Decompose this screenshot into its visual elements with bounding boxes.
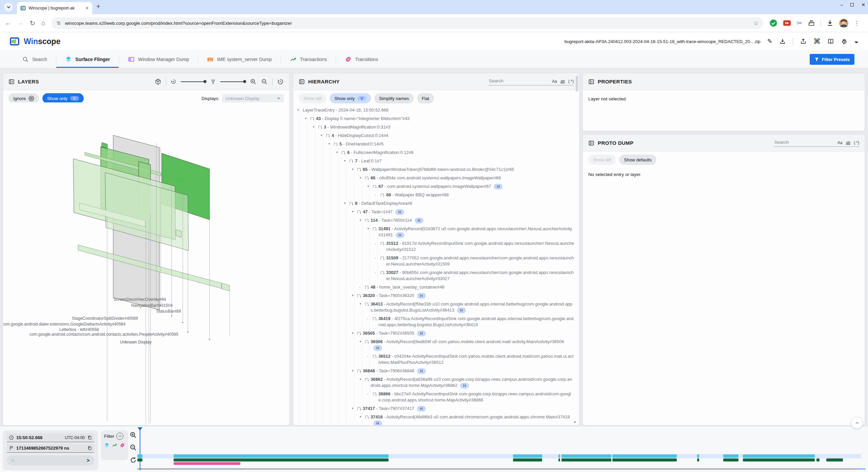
collapse-timeline-button[interactable] (851, 417, 863, 429)
avatar[interactable] (839, 19, 848, 28)
edit-file-icon[interactable]: ✎ (767, 38, 772, 45)
trace-segment-transactions[interactable] (561, 458, 611, 461)
tree-row[interactable]: ▼3 - WindowedMagnification:0:31#3 (293, 123, 579, 131)
expand-chevron-icon[interactable]: ▼ (359, 376, 365, 382)
regex-button[interactable]: (.*) (854, 140, 859, 145)
layer-label[interactable]: com.google.android.dialer.extensions.Goo… (3, 322, 125, 327)
flat-button[interactable]: Flat (417, 93, 434, 103)
expand-chevron-icon[interactable]: ▼ (367, 226, 373, 232)
address-bar[interactable]: winscope.teams.x20web.corp.google.com/pr… (51, 17, 763, 29)
tree-row[interactable]: ▼37418 - ActivityRecord{46d86b3 u0 com.a… (293, 413, 579, 425)
expand-chevron-icon[interactable]: ▼ (297, 107, 303, 113)
transitions-trace-icon[interactable] (120, 442, 125, 448)
layer-label[interactable]: StatusBar#89 (156, 309, 181, 314)
show-only-v-button[interactable]: Show only V (42, 93, 84, 103)
tree-row[interactable]: ▼43 - Display 0 name="Integrierter Bilds… (293, 114, 579, 123)
hierarchy-scrollbar[interactable] (576, 76, 578, 92)
trace-segment-transactions[interactable] (612, 458, 677, 461)
expand-chevron-icon[interactable]: ▼ (359, 339, 365, 345)
browser-menu-icon[interactable]: ⋮ (854, 20, 860, 27)
layer-label[interactable]: Letterbox - left#40558 (59, 327, 99, 332)
expand-chevron-icon[interactable]: ▼ (351, 293, 357, 299)
timeline-cursor-head[interactable] (138, 427, 142, 431)
trace-segment-transactions[interactable] (697, 458, 699, 461)
home-button[interactable]: ⌂ (41, 19, 45, 27)
whole-word-button[interactable]: ab (846, 140, 850, 145)
layer-label[interactable]: ScreenDecorHwcOverlay#64 (114, 297, 166, 302)
tree-row[interactable]: ▼5 - OneHanded:0:14#5 (293, 140, 579, 148)
tree-row[interactable]: •31512 - 81917d ActivityRecordInputSink … (293, 239, 579, 254)
timeline-zoom-reset-icon[interactable] (130, 456, 137, 464)
tree-row[interactable]: •33027 - 90b855c com.google.android.apps… (293, 268, 579, 283)
ns-time-field[interactable]: 1713469852667522979 ns (7, 444, 94, 453)
download-trace-icon[interactable] (779, 38, 786, 45)
tree-row[interactable]: ▼7 - Leaf:0:1#7 (293, 157, 579, 165)
expand-chevron-icon[interactable]: ▼ (351, 166, 357, 173)
tree-row[interactable]: •68 - Wallpaper BBQ wrapper#68 (293, 191, 579, 199)
tree-row[interactable]: ▼65 - WallpaperWindowToken{87b6d66 token… (293, 165, 579, 174)
window-close-button[interactable]: ✕ (861, 2, 865, 7)
expand-chevron-icon[interactable]: ▼ (343, 200, 350, 206)
prev-entry-button[interactable]: < (12, 458, 14, 463)
new-tab-button[interactable]: + (96, 3, 100, 11)
trace-segment-sf[interactable] (174, 454, 389, 458)
trace-segment-transactions[interactable] (174, 458, 389, 461)
copy-icon[interactable] (87, 435, 92, 440)
upload-trace-icon[interactable] (800, 38, 807, 45)
trace-segment-transactions[interactable] (558, 458, 560, 461)
whole-word-button[interactable]: ab (560, 79, 565, 84)
expand-chevron-icon[interactable]: ▼ (359, 217, 365, 223)
trace-segment-sf[interactable] (558, 454, 560, 458)
spacing-slider[interactable] (220, 81, 245, 82)
expand-chevron-icon[interactable]: ▼ (359, 175, 365, 181)
layer-label[interactable]: com.google.android.contacts/com.android.… (29, 332, 178, 337)
tree-row[interactable]: ▼36862 - ActivityRecord{a836a99 u10 com.… (293, 375, 579, 390)
tree-row[interactable]: ▼67 - com.android.systemui.wallpapers.Im… (293, 182, 579, 191)
expand-chevron-icon[interactable]: ▼ (328, 141, 334, 147)
extensions-puzzle-icon[interactable] (808, 19, 815, 27)
timeline-scrollbar-thumb[interactable] (857, 468, 865, 470)
show-only-v-button[interactable]: Show only V (330, 93, 371, 103)
tree-row[interactable]: •31509 - 2177052 com.google.android.apps… (293, 254, 579, 268)
scroll-down-icon[interactable]: ▾ (574, 420, 576, 424)
zoom-out-icon[interactable] (261, 78, 268, 85)
expand-chevron-icon[interactable]: ▼ (351, 406, 357, 412)
trace-segment-sf[interactable] (137, 454, 142, 458)
trace-segment-sf[interactable] (561, 454, 611, 458)
expand-chevron-icon[interactable]: ▼ (351, 368, 357, 374)
expand-chevron-icon[interactable]: ▼ (351, 209, 357, 215)
back-button[interactable]: ← (5, 19, 11, 27)
3d-view-icon[interactable] (155, 78, 161, 85)
keyboard-shortcuts-icon[interactable]: ⌘ (813, 37, 821, 45)
trace-segment-sf[interactable] (697, 454, 699, 458)
tree-row[interactable]: •48 - home_task_overlay_container#48 (293, 283, 579, 291)
proto-search-input[interactable] (774, 139, 834, 145)
copy-icon[interactable] (87, 446, 92, 451)
extension-scissors-icon[interactable]: ✂ (796, 19, 802, 27)
tab-close-icon[interactable]: ✕ (85, 6, 89, 11)
simplify-names-button[interactable]: Simplify names (374, 93, 414, 103)
zoom-in-icon[interactable] (250, 78, 257, 85)
tab-window-manager[interactable]: Window Manager Dump (119, 51, 198, 68)
expand-chevron-icon[interactable]: ▼ (336, 150, 342, 156)
tree-row[interactable]: •36419 - 4f275ca ActivityRecordInputSink… (293, 314, 579, 329)
tab-surface-flinger[interactable]: Surface Flinger (56, 51, 119, 68)
expand-chevron-icon[interactable]: ▼ (320, 133, 326, 139)
trace-segment-transitions[interactable] (174, 462, 240, 465)
tree-row[interactable]: ▼36413 - ActivityRecord{f5be33b u10 com.… (293, 300, 579, 314)
extension-check-icon[interactable] (769, 19, 777, 27)
tree-row[interactable]: ▼36320 - Task=7900#36320H (293, 291, 579, 300)
sf-trace-icon[interactable] (104, 442, 110, 448)
forward-button[interactable]: → (17, 19, 24, 27)
tab-transitions[interactable]: Transitions (336, 51, 387, 68)
trace-segment-transactions[interactable] (723, 458, 738, 461)
match-case-button[interactable]: Aa (837, 140, 843, 145)
trace-segment-sf[interactable] (723, 454, 738, 458)
reset-view-icon[interactable] (277, 78, 284, 85)
expand-chevron-icon[interactable]: ▼ (312, 124, 318, 130)
expand-chevron-icon[interactable]: ▼ (351, 330, 357, 336)
tab-search-button[interactable] (4, 3, 13, 12)
bookmark-star-icon[interactable]: ☆ (753, 20, 758, 27)
layers-3d-canvas[interactable]: ScreenDecorHwcOverlay#64 NavigationBar0#… (3, 102, 289, 426)
trace-segment-sf[interactable] (612, 454, 677, 458)
